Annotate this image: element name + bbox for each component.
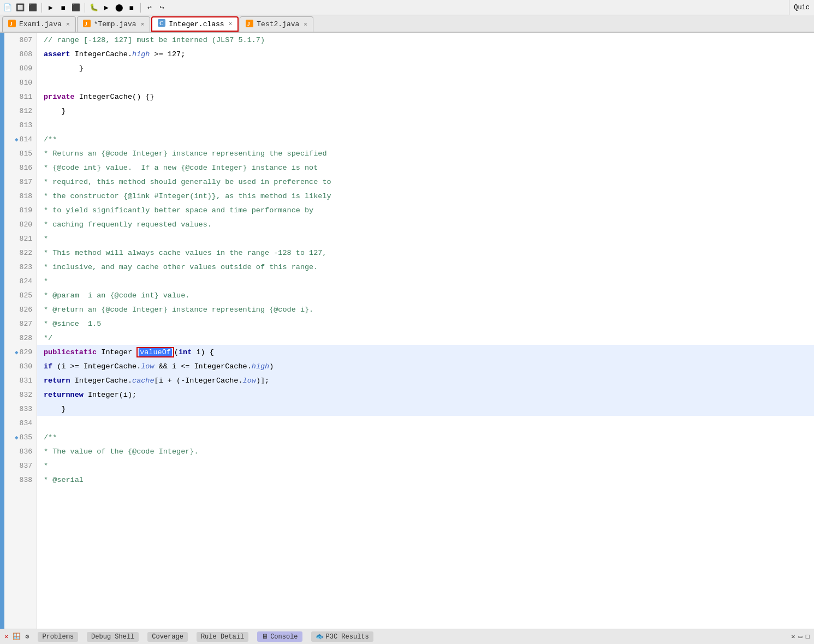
line-number-832: 832 xyxy=(4,387,37,402)
code-content: // range [-128, 127] must be interned (J… xyxy=(37,33,814,629)
line-number-810: 810 xyxy=(4,75,37,90)
quick-access-label: Quic xyxy=(789,0,814,15)
status-maximize-icon[interactable]: □ xyxy=(806,633,810,641)
quick-label-text: Quic xyxy=(794,4,810,11)
line-number-824: 824 xyxy=(4,274,37,288)
line-number-830: 830 xyxy=(4,359,37,373)
tab-label-temp: *Temp.java xyxy=(94,20,136,28)
toolbar-separator-2 xyxy=(85,3,85,13)
line-number-820: 820 xyxy=(4,217,37,231)
code-line-836: * The value of the {@code Integer}. xyxy=(37,444,814,458)
tab-close-exam1[interactable]: × xyxy=(66,21,70,28)
toolbar-icon-8[interactable]: ▶ xyxy=(101,2,112,13)
line-number-823: 823 xyxy=(4,260,37,274)
line-number-814: ◆814 xyxy=(4,132,37,146)
code-line-822: * This method will always cache values i… xyxy=(37,246,814,260)
line-number-807: 807 xyxy=(4,33,37,47)
status-tab-problems[interactable]: Problems xyxy=(38,632,78,642)
line-number-831: 831 xyxy=(4,373,37,387)
toolbar-icon-7[interactable]: 🐛 xyxy=(88,2,99,13)
status-minimize-icon[interactable]: ▭ xyxy=(799,633,803,641)
status-close-icon[interactable]: ✕ xyxy=(791,633,795,641)
toolbar-icon-9[interactable]: ⬤ xyxy=(114,2,124,13)
code-line-810 xyxy=(37,75,814,90)
tab-bar: JExam1.java×J*Temp.java×CInteger.class×J… xyxy=(0,15,814,33)
tab-close-integer_class[interactable]: × xyxy=(229,21,233,27)
status-left-icons: ✕🪟⚙ xyxy=(4,633,29,641)
line-number-833: 833 xyxy=(4,402,37,416)
tab-label-exam1: Exam1.java xyxy=(19,20,62,28)
status-tab-p3c_results[interactable]: 🐟P3C Results xyxy=(311,631,373,642)
code-line-820: * caching frequently requested values. xyxy=(37,217,814,231)
toolbar-icon-11[interactable]: ↩ xyxy=(144,2,155,13)
code-line-813 xyxy=(37,118,814,132)
left-gutter-strip xyxy=(0,33,4,629)
code-line-807: // range [-128, 127] must be interned (J… xyxy=(37,33,814,47)
line-number-837: 837 xyxy=(4,458,37,473)
line-numbers-gutter: 807808809810811812813◆814815816817818819… xyxy=(4,33,37,629)
toolbar-icon-4[interactable]: ▶ xyxy=(45,2,56,13)
tab-exam1[interactable]: JExam1.java× xyxy=(2,16,76,32)
code-line-817: * required, this method should generally… xyxy=(37,175,814,189)
status-error-icon: ✕ xyxy=(4,633,8,641)
line-marker-814: ◆ xyxy=(15,136,19,143)
status-settings-icon: ⚙ xyxy=(25,633,29,641)
line-number-822: 822 xyxy=(4,246,37,260)
toolbar-icon-2[interactable]: 🔲 xyxy=(15,2,26,13)
status-tab-label-rule_detail: Rule Detail xyxy=(201,633,244,641)
svg-text:C: C xyxy=(159,20,163,26)
status-tab-label-p3c_results: P3C Results xyxy=(326,633,369,641)
status-tab-coverage[interactable]: Coverage xyxy=(147,632,188,642)
line-number-829: ◆829 xyxy=(4,345,37,359)
tab-icon-test2: J xyxy=(246,20,253,29)
code-line-815: * Returns an {@code Integer} instance re… xyxy=(37,146,814,160)
tab-test2[interactable]: JTest2.java× xyxy=(240,16,313,32)
code-line-809: } xyxy=(37,61,814,75)
line-number-809: 809 xyxy=(4,61,37,75)
tab-close-temp[interactable]: × xyxy=(141,21,145,28)
toolbar: 📄 🔲 ⬛ ▶ ◼ ⬛ 🐛 ▶ ⬤ ◼ ↩ ↪ Quic xyxy=(0,0,814,15)
toolbar-icon-3[interactable]: ⬛ xyxy=(27,2,38,13)
status-tab-rule_detail[interactable]: Rule Detail xyxy=(197,632,248,642)
line-number-811: 811 xyxy=(4,90,37,104)
code-line-816: * {@code int} value. If a new {@code Int… xyxy=(37,160,814,175)
toolbar-icon-6[interactable]: ⬛ xyxy=(70,2,81,13)
code-line-825: * @param i an {@code int} value. xyxy=(37,288,814,302)
tab-temp[interactable]: J*Temp.java× xyxy=(77,16,151,32)
console-icon: 🖥 xyxy=(262,633,268,641)
toolbar-icon-10[interactable]: ◼ xyxy=(126,2,137,13)
toolbar-icon-1[interactable]: 📄 xyxy=(2,2,13,13)
status-tab-label-coverage: Coverage xyxy=(152,633,183,641)
status-tab-debug_shell[interactable]: Debug Shell xyxy=(87,632,139,642)
line-number-821: 821 xyxy=(4,231,37,246)
editor-container: 807808809810811812813◆814815816817818819… xyxy=(0,33,814,629)
code-line-823: * inclusive, and may cache other values … xyxy=(37,260,814,274)
svg-text:J: J xyxy=(247,21,250,27)
line-number-815: 815 xyxy=(4,146,37,160)
code-line-814: /** xyxy=(37,132,814,146)
line-marker-829: ◆ xyxy=(15,349,19,356)
code-line-821: * xyxy=(37,231,814,246)
line-number-812: 812 xyxy=(4,104,37,118)
status-tab-label-problems: Problems xyxy=(42,633,74,641)
line-number-825: 825 xyxy=(4,288,37,302)
code-line-812: } xyxy=(37,104,814,118)
line-number-838: 838 xyxy=(4,473,37,487)
line-number-826: 826 xyxy=(4,302,37,317)
line-number-819: 819 xyxy=(4,203,37,217)
p3c-icon: 🐟 xyxy=(316,633,324,641)
status-tab-console[interactable]: 🖥Console xyxy=(257,631,302,642)
line-number-835: ◆835 xyxy=(4,430,37,444)
tab-icon-temp: J xyxy=(83,20,91,29)
tab-close-test2[interactable]: × xyxy=(304,21,307,28)
toolbar-icon-12[interactable]: ↪ xyxy=(157,2,168,13)
toolbar-separator-1 xyxy=(41,3,42,13)
status-bar: ✕🪟⚙ProblemsDebug ShellCoverageRule Detai… xyxy=(0,629,814,644)
status-tab-label-console: Console xyxy=(270,633,298,641)
toolbar-icon-5[interactable]: ◼ xyxy=(58,2,69,13)
line-number-827: 827 xyxy=(4,317,37,331)
status-tab-label-debug_shell: Debug Shell xyxy=(91,633,134,641)
code-line-837: * xyxy=(37,458,814,473)
tab-integer_class[interactable]: CInteger.class× xyxy=(151,16,239,32)
code-line-833: } xyxy=(37,402,814,416)
